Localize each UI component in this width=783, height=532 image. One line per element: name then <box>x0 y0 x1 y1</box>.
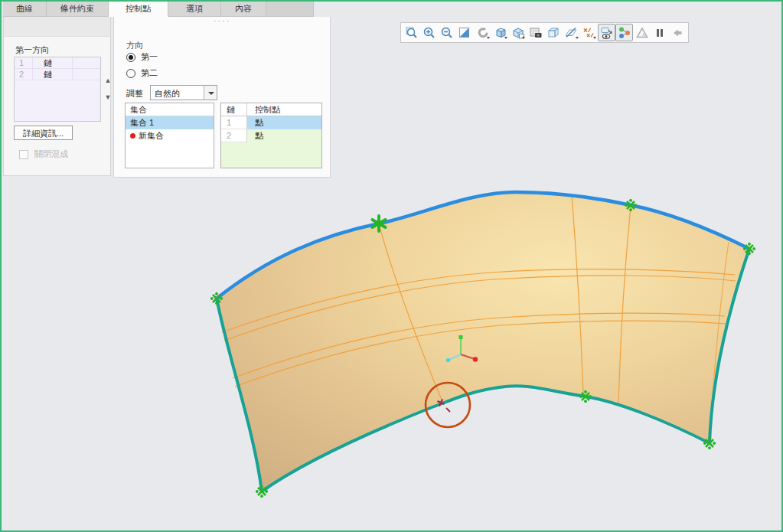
chevron-down-icon[interactable] <box>204 86 217 100</box>
radio-first-direction[interactable]: 第一 <box>126 51 158 63</box>
reorder-arrows: ▲ ▼ <box>104 77 112 101</box>
column-header-points: 控制點 <box>247 103 321 116</box>
chain-row-value: 鏈 <box>33 69 73 80</box>
control-points-table[interactable]: 鏈 控制點 1 點 2 點 <box>220 103 322 168</box>
sets-list-header: 集合 <box>126 103 214 116</box>
first-direction-panel: 第一方向 1 鏈 2 鏈 ▲ ▼ 詳細資訊... 關閉混成 <box>3 17 111 176</box>
triad-x-axis <box>473 357 478 361</box>
preview-visibility-icon[interactable] <box>598 24 615 41</box>
table-header-row: 鏈 控制點 <box>221 103 321 116</box>
graphics-toolbar <box>400 22 689 43</box>
chain-row-index: 1 <box>15 57 33 68</box>
tab-options[interactable]: 選項 <box>168 2 221 17</box>
pause-icon[interactable] <box>651 24 669 41</box>
triad-y-axis <box>459 335 463 339</box>
tab-spacer <box>266 2 314 17</box>
zoom-refit-icon[interactable] <box>403 24 420 41</box>
named-views-icon[interactable] <box>491 24 509 41</box>
application-window: 曲線 條件約束 控制點 選項 內容 第一方向 1 鏈 2 鏈 ▲ ▼ 詳細資訊.… <box>0 0 783 532</box>
transparent-model-icon[interactable] <box>545 24 563 41</box>
chain-row-index: 2 <box>15 69 33 80</box>
cell-chain-index: 1 <box>221 116 247 129</box>
close-blend-label: 關閉混成 <box>34 149 68 160</box>
dashboard-tabbar: 曲線 條件約束 控制點 選項 內容 <box>3 2 314 17</box>
table-row[interactable]: 2 點 <box>221 129 321 142</box>
new-set-bullet-icon <box>130 133 135 139</box>
display-style-icon[interactable] <box>509 24 527 41</box>
cell-point-value: 點 <box>247 129 321 142</box>
tab-label: 選項 <box>186 3 203 15</box>
tab-label: 曲線 <box>16 3 33 15</box>
chain-row-value: 鏈 <box>33 57 73 68</box>
control-points-panel: ···· 方向 第一 第二 調整 自然的 集合 集合 1 新集合 <box>113 17 331 178</box>
radio-second-direction[interactable]: 第二 <box>126 67 158 79</box>
chain-row[interactable]: 1 鏈 <box>15 57 100 69</box>
move-up-icon[interactable]: ▲ <box>104 77 112 84</box>
annotation-display-icon[interactable] <box>580 24 598 41</box>
cell-chain-index: 2 <box>221 129 247 142</box>
tab-label: 內容 <box>235 3 252 15</box>
tab-curve[interactable]: 曲線 <box>3 2 47 17</box>
tab-constraints[interactable]: 條件約束 <box>47 2 109 17</box>
chain-row[interactable]: 2 鏈 <box>15 69 100 80</box>
chain-collector-list[interactable]: 1 鏈 2 鏈 <box>14 57 101 122</box>
panel-drag-handle[interactable]: ···· <box>114 17 330 24</box>
triad-z-axis <box>446 358 450 362</box>
repaint-icon[interactable] <box>456 24 474 41</box>
radio-label: 第二 <box>141 67 158 79</box>
dependencies-graph-icon[interactable] <box>615 24 633 41</box>
image-capture-icon[interactable] <box>527 24 544 41</box>
zoom-in-icon[interactable] <box>420 24 438 41</box>
close-blend-checkbox[interactable] <box>19 150 28 159</box>
resume-icon <box>669 24 687 41</box>
direction-group-label: 方向 <box>126 40 143 51</box>
close-blend-row: 關閉混成 <box>19 149 68 160</box>
spin-center-icon[interactable] <box>474 24 491 41</box>
datum-display-icon[interactable] <box>563 24 580 41</box>
tab-control-points[interactable]: 控制點 <box>109 2 168 17</box>
radio-icon-selected <box>126 53 135 62</box>
column-header-chain: 鏈 <box>221 103 247 116</box>
sets-item-label: 集合 1 <box>130 116 154 129</box>
tab-label: 條件約束 <box>60 3 94 15</box>
radio-icon-unselected <box>126 69 135 78</box>
adjust-dropdown[interactable]: 自然的 <box>150 85 217 100</box>
details-button[interactable]: 詳細資訊... <box>14 126 73 140</box>
blend-surface-patch[interactable] <box>217 192 749 491</box>
table-row[interactable]: 1 點 <box>221 116 321 129</box>
geometry-checks-icon <box>633 24 651 41</box>
radio-label: 第一 <box>141 51 158 63</box>
panel-header-strip <box>4 17 110 37</box>
adjust-label: 調整 <box>126 88 143 100</box>
sets-item-new[interactable]: 新集合 <box>126 129 214 142</box>
sets-item-selected[interactable]: 集合 1 <box>126 116 214 129</box>
adjust-dropdown-value: 自然的 <box>151 86 204 100</box>
move-down-icon[interactable]: ▼ <box>104 93 112 101</box>
first-direction-label: 第一方向 <box>15 44 49 56</box>
cell-point-value: 點 <box>247 116 321 129</box>
zoom-out-icon[interactable] <box>438 24 455 41</box>
sets-list[interactable]: 集合 集合 1 新集合 <box>125 103 214 168</box>
sets-item-label: 新集合 <box>139 129 164 142</box>
tab-properties[interactable]: 內容 <box>221 2 266 17</box>
tab-label: 控制點 <box>126 3 151 15</box>
